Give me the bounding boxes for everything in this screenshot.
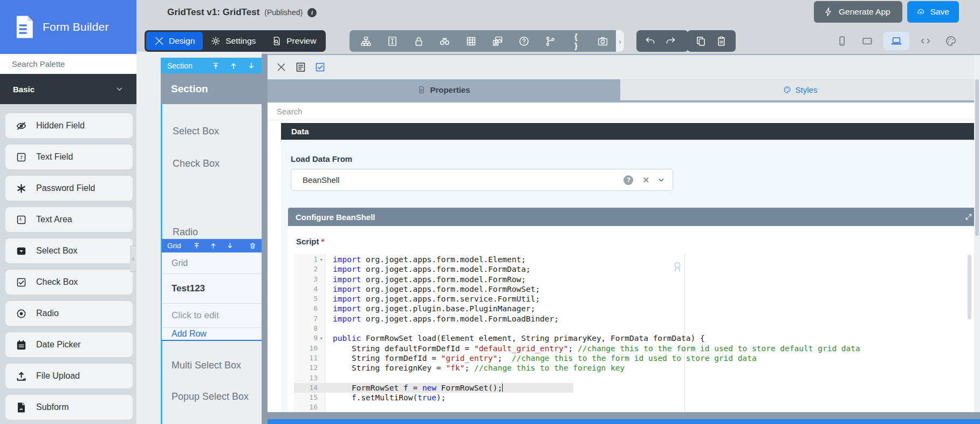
move-up-icon[interactable] — [210, 242, 217, 249]
editor-search-icon[interactable] — [671, 260, 683, 273]
expand-icon[interactable] — [965, 213, 972, 221]
parent-form-icon[interactable] — [295, 61, 306, 73]
data-section-header[interactable]: Data — [281, 123, 980, 140]
delete-icon[interactable] — [249, 242, 256, 249]
generate-app-button[interactable]: Generate App — [814, 1, 902, 23]
palette-category-basic[interactable]: Basic — [0, 74, 136, 104]
code-line[interactable]: 10 String defaultFormDefId = "default_gr… — [294, 344, 972, 353]
toolbar-binoculars-button[interactable] — [431, 30, 458, 52]
section-header[interactable]: Section — [161, 73, 262, 104]
panel-scrollbar[interactable] — [974, 55, 980, 412]
move-down-icon[interactable] — [248, 62, 255, 70]
toolbar-table-button[interactable] — [458, 30, 484, 52]
code-line[interactable]: 4import org.joget.apps.form.model.FormRo… — [294, 284, 972, 294]
palette-item-radio[interactable]: Radio — [5, 301, 133, 326]
element-palette: Basic Hidden FieldTText FieldPassword Fi… — [0, 54, 136, 424]
code-line[interactable]: 2import org.joget.apps.form.model.FormDa… — [294, 264, 972, 274]
palette-item-hidden-field[interactable]: Hidden Field — [5, 113, 133, 138]
properties-doc-icon — [417, 86, 426, 94]
toolbar-camera-button[interactable] — [590, 30, 616, 52]
tab-properties[interactable]: Properties — [268, 79, 620, 100]
toolbar-help-button[interactable] — [511, 30, 537, 52]
help-icon[interactable]: ? — [623, 175, 633, 185]
styles-palette-icon — [783, 86, 791, 94]
tab-settings[interactable]: Settings — [203, 32, 264, 50]
palette-item-text-field[interactable]: TText Field — [5, 145, 133, 169]
toolbar-sitemap-button[interactable] — [353, 30, 379, 52]
code-line[interactable]: 11 String formDefId = "grid_entry"; //ch… — [294, 353, 972, 363]
device-mobile-button[interactable] — [833, 33, 851, 49]
canvas-field-check-box[interactable]: Check Box — [173, 158, 220, 169]
code-line[interactable]: 9▾public FormRowSet load(Element element… — [294, 333, 972, 343]
canvas-field-popup-select-box[interactable]: Popup Select Box — [172, 391, 249, 402]
code-line[interactable]: 12 String foreignKey = "fk"; //change th… — [294, 363, 972, 373]
toolbar-lock-button[interactable] — [406, 30, 432, 52]
grid-column-header[interactable]: Test123 — [162, 274, 262, 304]
info-icon[interactable]: i — [307, 8, 317, 17]
code-line[interactable]: 3import org.joget.apps.form.model.FormRo… — [294, 275, 972, 284]
theme-button[interactable] — [942, 33, 960, 49]
cloud-upload-icon — [917, 7, 925, 17]
code-arrows-icon — [920, 35, 931, 47]
canvas-field-radio[interactable]: Radio — [173, 227, 198, 238]
code-line[interactable]: 6import org.joget.plugin.base.PluginMana… — [294, 304, 972, 313]
copy-button[interactable] — [690, 30, 711, 52]
code-line[interactable]: 1▾import org.joget.apps.form.model.Eleme… — [294, 255, 972, 264]
canvas-field-select-box[interactable]: Select Box — [173, 126, 219, 137]
tab-preview[interactable]: Preview — [264, 32, 324, 50]
canvas-field-multi-select-box[interactable]: Multi Select Box — [172, 360, 241, 371]
close-icon[interactable] — [276, 61, 287, 73]
code-line[interactable]: 5import org.joget.apps.form.service.Form… — [294, 294, 972, 304]
select-box-icon — [16, 245, 27, 257]
palette-item-text-area[interactable]: AText Area — [5, 207, 133, 232]
form-builder-logo-icon — [14, 15, 35, 39]
device-width-button[interactable] — [916, 33, 935, 49]
dialog-frame — [262, 54, 268, 424]
fold-marker-icon[interactable]: ▾ — [320, 255, 325, 264]
toolbar-branch-button[interactable] — [537, 30, 564, 52]
toolbar-form-field-button[interactable] — [379, 30, 406, 52]
paste-button[interactable] — [711, 30, 731, 52]
table-icon — [465, 36, 477, 47]
code-line[interactable]: 14 FormRowSet f = new FormRowSet(); — [294, 383, 972, 393]
device-tablet-button[interactable] — [858, 33, 876, 49]
subform-icon — [16, 402, 27, 413]
palette-search-input[interactable] — [0, 54, 136, 74]
palette-item-file-upload[interactable]: File Upload — [5, 364, 133, 388]
move-top-icon[interactable] — [193, 242, 200, 249]
code-editor[interactable]: 1▾import org.joget.apps.form.model.Eleme… — [294, 254, 972, 412]
load-binder-select[interactable]: BeanShell ? ✕ — [291, 169, 673, 191]
move-top-icon[interactable] — [212, 62, 220, 70]
move-up-icon[interactable] — [230, 62, 237, 70]
properties-search-input[interactable] — [268, 102, 980, 120]
toolbar-overflow-chevron[interactable]: › — [616, 30, 624, 52]
fold-marker-icon[interactable]: ▾ — [320, 333, 325, 343]
palette-item-date-picker[interactable]: Date Picker — [5, 332, 133, 357]
grid-add-row-link[interactable]: Add Row — [162, 328, 262, 340]
palette-item-label: Subform — [36, 402, 68, 412]
code-line[interactable]: 7import org.joget.apps.form.model.FormLo… — [294, 314, 972, 324]
redo-button[interactable] — [660, 30, 681, 52]
save-button[interactable]: Save — [907, 1, 959, 23]
device-desktop-button[interactable] — [883, 32, 909, 50]
grid-element[interactable]: Grid Test123 Click to edit Add Row — [162, 252, 262, 341]
tab-styles[interactable]: Styles — [620, 79, 980, 100]
code-line[interactable]: 15 f.setMultiRow(true); — [294, 393, 972, 402]
palette-item-check-box[interactable]: Check Box — [5, 270, 133, 295]
palette-item-password-field[interactable]: Password Field — [5, 176, 133, 201]
code-line[interactable]: 16 — [294, 402, 972, 412]
move-down-icon[interactable] — [227, 242, 234, 249]
redo-icon — [665, 36, 676, 47]
editor-scrollbar-thumb[interactable] — [968, 255, 971, 319]
clear-icon[interactable]: ✕ — [642, 175, 649, 185]
toolbar-image-button[interactable] — [484, 30, 511, 52]
selected-element-icon[interactable] — [314, 61, 326, 73]
code-line[interactable]: 13 — [294, 373, 972, 383]
grid-edit-hint[interactable]: Click to edit — [162, 304, 262, 328]
palette-item-select-box[interactable]: Select Box — [5, 238, 133, 263]
toolbar-braces-button[interactable]: { } — [564, 30, 590, 52]
code-line[interactable]: 8 — [294, 324, 972, 333]
tab-design[interactable]: Design — [146, 32, 203, 50]
palette-item-subform[interactable]: Subform — [5, 395, 133, 420]
undo-button[interactable] — [640, 30, 660, 52]
